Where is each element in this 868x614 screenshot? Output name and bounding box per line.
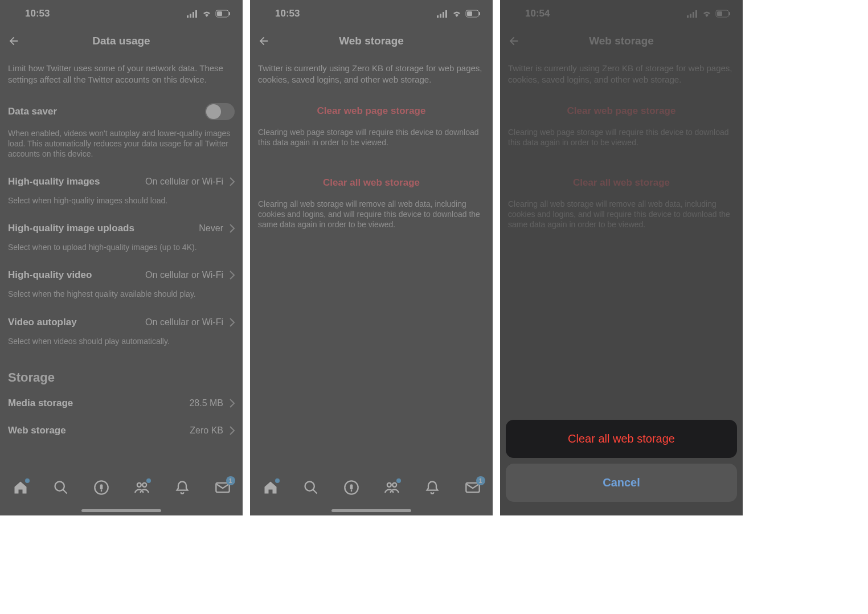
tab-spaces[interactable] <box>343 480 359 496</box>
home-indicator[interactable] <box>81 509 161 512</box>
status-bar: 10:53 <box>250 0 493 27</box>
back-button[interactable] <box>250 27 277 55</box>
svg-rect-33 <box>695 10 697 18</box>
back-button[interactable] <box>0 27 27 55</box>
status-time: 10:53 <box>25 8 50 19</box>
hq-uploads-label: High-quality image uploads <box>8 223 134 234</box>
status-bar: 10:54 <box>500 0 743 27</box>
hq-video-row[interactable]: High-quality video On cellular or Wi-Fi <box>0 261 243 289</box>
confirm-clear-button[interactable]: Clear all web storage <box>506 420 737 458</box>
autoplay-desc: Select when videos should play automatic… <box>0 336 243 355</box>
clear-page-storage-button[interactable]: Clear web page storage <box>250 95 493 127</box>
tab-home[interactable] <box>13 480 28 496</box>
web-storage-row[interactable]: Web storage Zero KB <box>0 417 243 444</box>
clear-all-desc: Clearing all web storage will remove all… <box>250 199 493 239</box>
mic-icon <box>343 480 359 496</box>
arrow-left-icon <box>257 35 270 47</box>
media-storage-row[interactable]: Media storage 28.5 MB <box>0 390 243 417</box>
intro-text: Twitter is currently using Zero KB of st… <box>250 55 493 95</box>
svg-rect-25 <box>350 484 353 489</box>
wifi-icon <box>702 10 712 18</box>
screen-web-storage: 10:53 Web storage Twitter is currently u… <box>250 0 493 515</box>
svg-rect-20 <box>467 11 472 16</box>
clear-all-storage-button[interactable]: Clear all web storage <box>250 167 493 199</box>
message-badge: 1 <box>476 476 485 485</box>
clear-all-storage-button[interactable]: Clear all web storage <box>500 167 743 199</box>
nav-header: Data usage <box>0 27 243 55</box>
arrow-left-icon <box>7 35 20 47</box>
notification-dot <box>25 478 30 483</box>
status-time: 10:53 <box>275 8 300 19</box>
clear-page-desc: Clearing web page storage will require t… <box>250 127 493 157</box>
tab-messages[interactable]: 1 <box>465 480 481 496</box>
back-button[interactable] <box>500 27 527 55</box>
tab-spaces[interactable] <box>93 480 109 496</box>
screen-confirm-clear: 10:54 Web storage Twitter is currently u… <box>500 0 743 515</box>
autoplay-row[interactable]: Video autoplay On cellular or Wi-Fi <box>0 309 243 336</box>
clear-all-desc: Clearing all web storage will remove all… <box>500 199 743 239</box>
media-storage-label: Media storage <box>8 398 73 409</box>
tab-notifications[interactable] <box>424 480 440 496</box>
svg-rect-21 <box>479 12 480 15</box>
svg-rect-1 <box>190 14 191 18</box>
svg-rect-18 <box>445 10 447 18</box>
web-storage-value: Zero KB <box>190 425 223 436</box>
tab-search[interactable] <box>303 480 319 496</box>
tab-messages[interactable]: 1 <box>215 480 231 496</box>
tab-notifications[interactable] <box>174 480 190 496</box>
tab-bar: 1 <box>250 470 493 515</box>
action-sheet: Clear all web storage Cancel <box>506 420 737 507</box>
hq-uploads-row[interactable]: High-quality image uploads Never <box>0 215 243 242</box>
svg-rect-5 <box>217 11 222 16</box>
svg-line-8 <box>63 490 67 494</box>
svg-rect-10 <box>100 484 103 489</box>
intro-text: Twitter is currently using Zero KB of st… <box>500 55 743 95</box>
svg-point-13 <box>142 483 146 487</box>
autoplay-value: On cellular or Wi-Fi <box>145 317 223 328</box>
hq-images-row[interactable]: High-quality images On cellular or Wi-Fi <box>0 168 243 195</box>
tab-communities[interactable] <box>384 480 400 496</box>
battery-icon <box>715 10 731 18</box>
wifi-icon <box>452 10 462 18</box>
hq-images-value: On cellular or Wi-Fi <box>145 177 223 187</box>
chevron-right-icon <box>229 318 235 327</box>
cellular-icon <box>687 10 698 18</box>
notification-dot <box>275 478 280 483</box>
status-icons <box>437 10 481 18</box>
bell-icon <box>174 480 190 496</box>
tab-search[interactable] <box>53 480 69 496</box>
svg-rect-36 <box>729 12 730 15</box>
svg-rect-3 <box>195 10 197 18</box>
data-saver-row[interactable]: Data saver <box>0 95 243 128</box>
arrow-left-icon <box>507 35 520 47</box>
clear-page-storage-button[interactable]: Clear web page storage <box>500 95 743 127</box>
cancel-button[interactable]: Cancel <box>506 464 737 502</box>
data-saver-label: Data saver <box>8 106 57 117</box>
chevron-right-icon <box>229 426 235 435</box>
intro-text: Limit how Twitter uses some of your netw… <box>0 55 243 95</box>
status-time: 10:54 <box>525 8 550 19</box>
hq-video-value: On cellular or Wi-Fi <box>145 270 223 280</box>
home-indicator[interactable] <box>331 509 411 512</box>
message-badge: 1 <box>226 476 235 485</box>
cellular-icon <box>187 10 198 18</box>
svg-point-28 <box>392 483 396 487</box>
svg-point-27 <box>387 483 391 487</box>
storage-heading: Storage <box>0 355 243 390</box>
svg-rect-30 <box>687 15 689 18</box>
cellular-icon <box>437 10 448 18</box>
search-icon <box>53 480 69 496</box>
media-storage-value: 28.5 MB <box>189 398 223 408</box>
tab-home[interactable] <box>263 480 279 496</box>
svg-line-23 <box>313 490 317 494</box>
notification-dot <box>396 478 401 483</box>
bell-icon <box>424 480 440 496</box>
tab-communities[interactable] <box>134 480 150 496</box>
page-title: Web storage <box>500 35 743 47</box>
web-storage-label: Web storage <box>8 425 66 436</box>
data-saver-toggle[interactable] <box>205 103 235 120</box>
chevron-right-icon <box>229 177 235 186</box>
svg-rect-15 <box>437 15 439 18</box>
battery-icon <box>465 10 481 18</box>
chevron-right-icon <box>229 224 235 233</box>
